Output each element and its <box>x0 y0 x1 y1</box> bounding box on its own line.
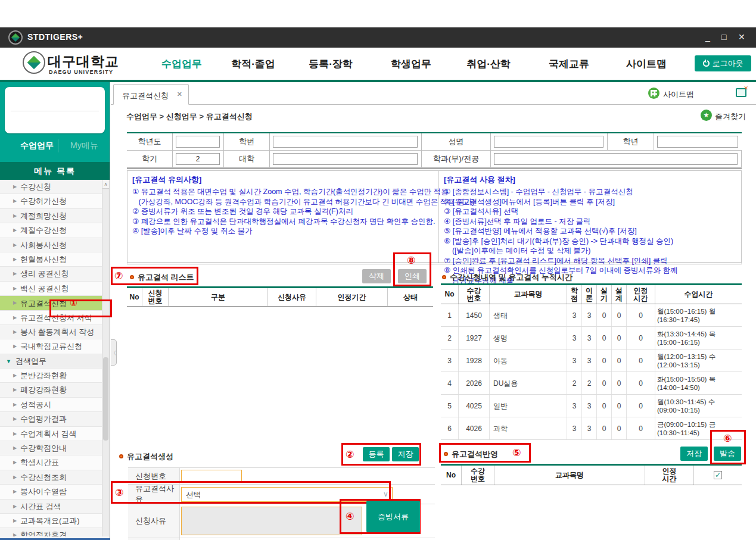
arrow-icon: ▶ <box>13 267 17 281</box>
annotation-3: ③ <box>115 486 123 499</box>
nav-student-affairs[interactable]: 학생업무 <box>375 57 447 71</box>
creation-title: 유고결석생성 <box>119 451 173 462</box>
arrow-icon: ▶ <box>13 427 17 441</box>
tab-close-icon[interactable]: ✕ <box>177 90 182 98</box>
maximize-button[interactable]: □ <box>721 33 726 41</box>
sidebar-item[interactable]: ▶국내학점교류신청 <box>0 339 102 354</box>
name-field[interactable] <box>494 136 603 148</box>
student-id-field[interactable] <box>273 136 418 148</box>
sidebar-item[interactable]: ▶수강신청 <box>0 180 102 194</box>
nav-international[interactable]: 국제교류 <box>533 57 605 71</box>
bullet-icon <box>130 275 134 279</box>
sidebar-tab-classes[interactable]: 수업업무 <box>20 141 54 151</box>
table-row[interactable]: 54025 일반 33 00 0월(10:30~11:45) 수(09:00~1… <box>441 395 742 417</box>
sidebar-item[interactable]: ▶헌혈봉사신청 <box>0 252 102 267</box>
university-name-en: DAEGU UNIVERSITY <box>49 69 113 75</box>
sidebar-item[interactable]: ▶봉사이수열람 <box>0 485 102 499</box>
sidebar-item[interactable]: ▶학생시간표 <box>0 455 102 470</box>
sidebar-item[interactable]: ▶봉사 활동계획서 작성 <box>0 325 102 339</box>
register-button[interactable]: 등록 <box>363 447 390 461</box>
column-header: No <box>441 285 459 304</box>
sidebar-category-search[interactable]: ▼검색업무 <box>0 354 102 369</box>
column-header: No <box>127 288 142 306</box>
semester-field[interactable] <box>176 153 220 165</box>
sidebar-item[interactable]: ▶학업적자후견 <box>0 528 102 536</box>
sidebar-top-panel: 수업업무 My메뉴 <box>0 82 110 162</box>
sidebar-item[interactable]: ▶수강학점안내 <box>0 441 102 455</box>
send-button[interactable]: 발송 <box>714 447 741 461</box>
sidebar-item[interactable]: ▶수업평가결과 <box>0 412 102 426</box>
delete-button[interactable]: 삭제 <box>362 269 391 283</box>
arrow-icon: ▶ <box>13 383 17 397</box>
sidebar-item[interactable]: ▶시간표 검색 <box>0 500 102 514</box>
menu-list-header: 메뉴 목록 <box>0 162 110 180</box>
field-label: 학년 <box>608 133 654 151</box>
table-row[interactable]: 42026 DU실용 22 00 0화(15:00~15:50) 목(14:00… <box>441 372 742 395</box>
field-label: 신청번호 <box>128 468 180 484</box>
sitemap-label[interactable]: 사이트맵 <box>663 89 694 100</box>
chevron-down-icon: ∨ <box>383 490 388 498</box>
print-button[interactable]: 인쇄 <box>398 269 427 283</box>
sidebar-item[interactable]: ▶계절희망신청 <box>0 209 102 223</box>
sidebar-scrollbar[interactable]: ∧ <box>102 180 109 536</box>
enrollment-title: 수강신청내역 및 유고결석 누적시간 <box>442 271 573 283</box>
sidebar-item[interactable]: ▶성적공시 <box>0 398 102 412</box>
college-field[interactable] <box>273 153 418 165</box>
nav-classes[interactable]: 수업업무 <box>146 57 217 71</box>
save-button[interactable]: 저장 <box>392 447 419 461</box>
header: 대구대학교 DAEGU UNIVERSITY 수업업무 학적·졸업 등록·장학 … <box>0 48 756 80</box>
sidebar-item[interactable]: ▶사회봉사신청 <box>0 238 102 252</box>
sidebar-item[interactable]: ▶수강신청조회 <box>0 470 102 485</box>
arrow-icon: ▶ <box>13 311 17 325</box>
sidebar-item[interactable]: ▶폐강강좌현황 <box>0 383 102 397</box>
close-button[interactable]: ✕ <box>738 33 745 41</box>
grade-field[interactable] <box>657 136 738 148</box>
sidebar-item[interactable]: ▶계절수강신청 <box>0 223 102 238</box>
logout-button[interactable]: 로그아웃 <box>695 55 751 71</box>
nav-career[interactable]: 취업·산학 <box>453 57 524 71</box>
table-row[interactable]: 11450 생태 33 00 0월(15:00~16:15) 월(16:30~1… <box>441 304 742 327</box>
sidebar-item[interactable]: ▶생리 공결신청 <box>0 267 102 281</box>
notice-cautions: [유고결석 유의사항] ① 유고결석 적용은 대면수업 및 실시간 Zoom 수… <box>127 171 439 263</box>
tab-absence-application[interactable]: 유고결석신청 ✕ <box>113 84 189 105</box>
nav-registration[interactable]: 등록·장학 <box>295 57 366 71</box>
favorite-label[interactable]: 즐겨찾기 <box>715 111 746 122</box>
scrollbar-thumb[interactable] <box>103 357 108 441</box>
department-field[interactable] <box>494 153 738 165</box>
year-field[interactable] <box>176 136 220 148</box>
favorite-star-icon[interactable]: ★ <box>701 110 712 121</box>
request-no-field[interactable] <box>181 470 242 482</box>
sidebar-item-absence-application[interactable]: ▶유고결석신청① <box>0 296 102 310</box>
sidebar-item[interactable]: ▶수업계획서 검색 <box>0 427 102 441</box>
sitemap-icon[interactable] <box>648 88 659 99</box>
sidebar-item[interactable]: ▶수강허가신청 <box>0 194 102 208</box>
reflection-save-button[interactable]: 저장 <box>680 447 708 461</box>
table-row[interactable]: 31928 아동 33 00 0월(12:00~13:15) 수(12:00~1… <box>441 349 742 372</box>
sidebar-item[interactable]: ▶유고결석신청서 서식 <box>0 311 102 325</box>
sidebar-collapse-handle[interactable]: 〈 <box>111 339 117 366</box>
app-logo-icon <box>8 30 23 45</box>
minimize-button[interactable]: _ <box>705 33 710 41</box>
annotation-7: ⑦ <box>114 270 123 282</box>
scroll-up-icon[interactable]: ∧ <box>102 180 109 189</box>
sidebar-item[interactable]: ▶백신 공결신청 <box>0 282 102 296</box>
arrow-icon: ▶ <box>13 238 17 252</box>
app-title: STDTIGERS+ <box>27 32 83 42</box>
close-all-tabs-icon[interactable] <box>736 88 746 97</box>
reason-type-select[interactable]: 선택 <box>181 487 393 502</box>
field-label: 학과(부)/전공 <box>422 151 491 168</box>
column-header: 인정기간 <box>316 288 388 306</box>
reflection-title: 유고결석반영 <box>444 448 498 460</box>
nav-records[interactable]: 학적·졸업 <box>217 57 289 71</box>
attachment-button[interactable]: 증빙서류 <box>366 501 420 532</box>
select-all-checkbox[interactable]: ✓ <box>714 471 722 479</box>
nav-sitemap[interactable]: 사이트맵 <box>611 57 682 71</box>
sidebar-item[interactable]: ▶교과목개요(교과) <box>0 514 102 528</box>
arrow-icon: ▶ <box>13 339 17 354</box>
table-row[interactable]: 64026 과학 33 00 0금(09:00~10:15) 금(10:30~1… <box>441 417 742 440</box>
reason-textarea[interactable] <box>181 507 362 535</box>
table-row[interactable]: 21927 생명 33 00 0화(13:30~14:45) 목(15:00~1… <box>441 327 742 349</box>
sidebar-item[interactable]: ▶분반강좌현황 <box>0 369 102 383</box>
sidebar-tab-mymenu[interactable]: My메뉴 <box>70 141 98 151</box>
arrow-icon: ▶ <box>13 470 17 485</box>
